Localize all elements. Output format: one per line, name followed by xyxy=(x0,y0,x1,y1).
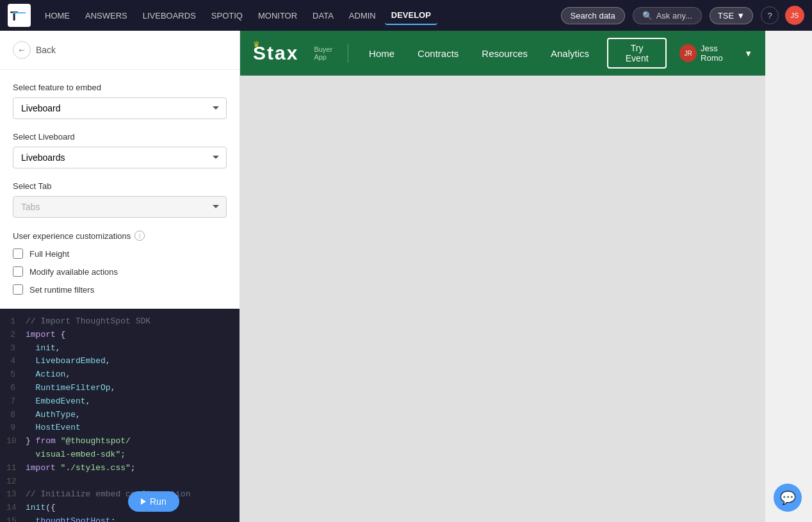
back-arrow-icon: ← xyxy=(13,41,31,59)
nav-data[interactable]: DATA xyxy=(306,7,340,24)
runtime-filters-label: Set runtime filters xyxy=(29,285,94,295)
code-line-11: 11 import "./styles.css"; xyxy=(0,462,240,475)
nav-home[interactable]: HOME xyxy=(38,7,76,24)
run-button-wrapper: Run xyxy=(128,491,179,512)
runtime-filters-checkbox-item[interactable]: Set runtime filters xyxy=(13,284,227,295)
chevron-down-icon: ▼ xyxy=(736,11,745,20)
code-line-6: 6 RuntimeFilterOp, xyxy=(0,382,240,395)
ask-any-button[interactable]: 🔍 Ask any... xyxy=(633,7,702,24)
preview-content-area xyxy=(240,76,765,522)
modify-actions-checkbox-item[interactable]: Modify available actions xyxy=(13,266,227,277)
feature-select-group: Select feature to embed Liveboard xyxy=(13,83,227,119)
search-data-button[interactable]: Search data xyxy=(561,7,625,24)
back-button[interactable]: ← Back xyxy=(13,41,227,59)
nav-liveboards[interactable]: LIVEBOARDS xyxy=(136,7,202,24)
checkbox-group: Full Height Modify available actions Set… xyxy=(13,249,227,295)
nav-monitor[interactable]: MONITOR xyxy=(252,7,304,24)
chat-bubble-button[interactable]: 💬 xyxy=(774,484,802,512)
full-height-checkbox[interactable] xyxy=(13,249,23,259)
nav-develop[interactable]: DEVELOP xyxy=(385,6,437,25)
run-button[interactable]: Run xyxy=(128,491,179,512)
code-line-9: 9 HostEvent xyxy=(0,421,240,435)
help-button[interactable]: ? xyxy=(761,6,779,24)
code-editor-panel: 1 // Import ThoughtSpot SDK 2 import { 3… xyxy=(0,309,240,522)
code-line-3: 3 init, xyxy=(0,342,240,355)
code-line-7: 7 EmbedEvent, xyxy=(0,395,240,409)
stax-logo-area: Stax ♛ xyxy=(253,42,298,64)
feature-label: Select feature to embed xyxy=(13,83,227,92)
ux-customizations-group: User experience customizations i Full He… xyxy=(13,231,227,295)
stax-nav-analytics[interactable]: Analytics xyxy=(546,45,594,61)
code-line-10: 10 } from "@thoughtspot/ xyxy=(0,435,240,448)
chat-icon: 💬 xyxy=(780,490,796,505)
code-line-15: 15 thoughtSpotHost: xyxy=(0,515,240,522)
stax-user-chevron: ▼ xyxy=(744,49,752,58)
liveboard-label: Select Liveboard xyxy=(13,132,227,142)
code-line-10b: visual-embed-sdk"; xyxy=(0,448,240,462)
full-height-checkbox-item[interactable]: Full Height xyxy=(13,249,227,259)
tse-button[interactable]: TSE ▼ xyxy=(710,7,753,24)
code-line-5: 5 Action, xyxy=(0,368,240,382)
feature-select-wrapper: Liveboard xyxy=(13,97,227,119)
preview-panel: Stax ♛ Buyer App Home Contracts Resource… xyxy=(240,31,765,522)
stax-user-name: Jess Romo xyxy=(701,44,740,63)
ux-label: User experience customizations xyxy=(13,231,131,241)
try-event-button[interactable]: Try Event xyxy=(607,38,667,69)
tab-label: Select Tab xyxy=(13,181,227,191)
top-navigation: T HOME ANSWERS LIVEBOARDS SPOTIQ MONITOR… xyxy=(0,0,812,31)
stax-nav-resources[interactable]: Resources xyxy=(476,45,533,61)
crown-icon: ♛ xyxy=(253,40,260,49)
stax-user-avatar: JR xyxy=(679,44,697,62)
buyer-app-label: Buyer App xyxy=(314,45,332,61)
liveboard-select-group: Select Liveboard Liveboards xyxy=(13,132,227,168)
feature-select[interactable]: Liveboard xyxy=(13,97,227,119)
svg-text:T: T xyxy=(10,9,18,23)
main-layout: ← Back Select feature to embed Liveboard… xyxy=(0,31,812,522)
nav-divider xyxy=(348,44,348,63)
left-panel: ← Back Select feature to embed Liveboard… xyxy=(0,31,240,522)
info-icon[interactable]: i xyxy=(134,231,145,241)
code-editor[interactable]: 1 // Import ThoughtSpot SDK 2 import { 3… xyxy=(0,309,240,522)
code-line-14: 14 init({ xyxy=(0,502,240,515)
nav-admin[interactable]: ADMIN xyxy=(343,7,382,24)
liveboard-select[interactable]: Liveboards xyxy=(13,147,227,168)
stax-nav-contracts[interactable]: Contracts xyxy=(412,45,464,61)
stax-user-area: JR Jess Romo ▼ xyxy=(679,44,752,63)
code-line-12: 12 xyxy=(0,475,240,489)
full-height-label: Full Height xyxy=(29,249,69,259)
ux-label-row: User experience customizations i xyxy=(13,231,227,241)
modify-actions-checkbox[interactable] xyxy=(13,266,23,277)
stax-app-header: Stax ♛ Buyer App Home Contracts Resource… xyxy=(240,31,765,76)
tab-select-wrapper: Tabs xyxy=(13,196,227,218)
liveboard-select-wrapper: Liveboards xyxy=(13,147,227,168)
stax-nav-home[interactable]: Home xyxy=(364,45,400,61)
left-panel-header: ← Back xyxy=(0,31,240,70)
tab-select-group: Select Tab Tabs xyxy=(13,181,227,218)
modify-actions-label: Modify available actions xyxy=(29,267,118,277)
tab-select[interactable]: Tabs xyxy=(13,196,227,218)
code-line-2: 2 import { xyxy=(0,329,240,342)
runtime-filters-checkbox[interactable] xyxy=(13,284,23,295)
code-line-13: 13 // Initialize embed configuration xyxy=(0,488,240,502)
nav-spotiq[interactable]: SPOTIQ xyxy=(205,7,249,24)
stax-logo: Stax ♛ xyxy=(253,42,298,64)
left-panel-form: Select feature to embed Liveboard Select… xyxy=(0,70,240,309)
search-icon: 🔍 xyxy=(642,11,653,20)
code-line-4: 4 LiveboardEmbed, xyxy=(0,355,240,368)
nav-answers[interactable]: ANSWERS xyxy=(79,7,134,24)
thoughtspot-logo[interactable]: T xyxy=(8,4,31,27)
code-line-1: 1 // Import ThoughtSpot SDK xyxy=(0,315,240,329)
code-line-8: 8 AuthType, xyxy=(0,409,240,422)
play-icon xyxy=(141,498,146,505)
user-avatar[interactable]: JS xyxy=(785,6,804,25)
